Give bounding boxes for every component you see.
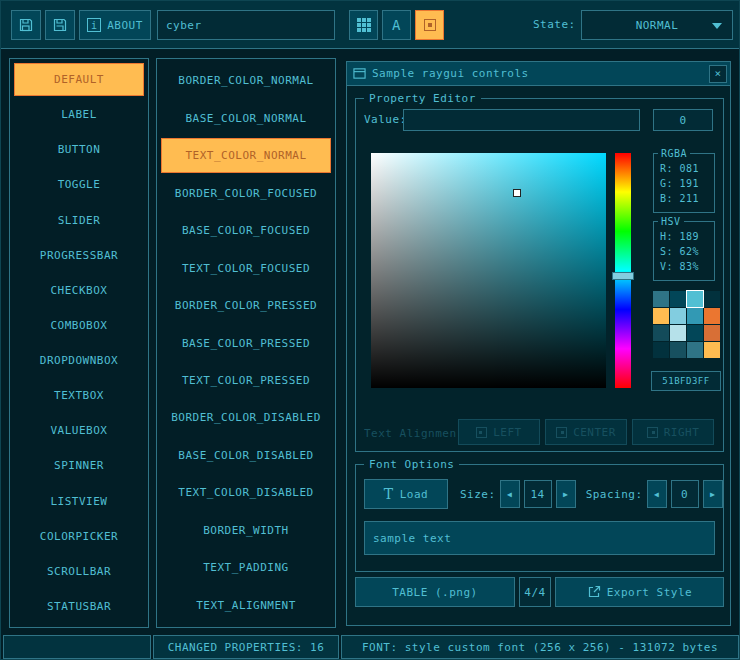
property-list-item[interactable]: BORDER_COLOR_DISABLED bbox=[161, 400, 331, 435]
property-list-item[interactable]: BORDER_COLOR_NORMAL bbox=[161, 63, 331, 98]
controls-list-item[interactable]: SCROLLBAR bbox=[14, 555, 144, 588]
export-style-label: Export Style bbox=[607, 586, 692, 599]
font-options-group: Font Options T Load Size: ◀ 14 ▶ Spacing… bbox=[355, 464, 724, 572]
controls-list-item[interactable]: TOGGLE bbox=[14, 168, 144, 201]
hex-color-value[interactable]: 51BFD3FF bbox=[651, 371, 721, 391]
hsv-label: HSV bbox=[658, 214, 684, 229]
font-settings-button[interactable]: A bbox=[382, 10, 411, 40]
property-list-item[interactable]: BASE_COLOR_NORMAL bbox=[161, 100, 331, 135]
property-list-item[interactable]: TEXT_COLOR_DISABLED bbox=[161, 475, 331, 510]
state-value: NORMAL bbox=[636, 19, 679, 32]
property-list-item[interactable]: TEXT_COLOR_NORMAL bbox=[161, 138, 331, 173]
sample-text-input[interactable] bbox=[364, 521, 715, 555]
controls-list-item[interactable]: VALUEBOX bbox=[14, 414, 144, 447]
property-list-item[interactable]: TEXT_PADDING bbox=[161, 550, 331, 585]
property-list-item[interactable]: BORDER_COLOR_PRESSED bbox=[161, 288, 331, 323]
value-input[interactable] bbox=[403, 109, 640, 131]
color-swatch[interactable] bbox=[653, 325, 669, 341]
hue-slider-handle[interactable] bbox=[612, 272, 634, 280]
hue-slider[interactable] bbox=[615, 153, 631, 388]
controls-list-item[interactable]: LABEL bbox=[14, 98, 144, 131]
export-table-button[interactable]: TABLE (.png) bbox=[355, 577, 515, 607]
color-swatch[interactable] bbox=[704, 308, 720, 324]
controls-list-item[interactable]: COLORPICKER bbox=[14, 520, 144, 553]
align-center-button[interactable]: CENTER bbox=[545, 419, 627, 445]
property-list-item[interactable]: BASE_COLOR_DISABLED bbox=[161, 438, 331, 473]
color-swatch[interactable] bbox=[670, 291, 686, 307]
size-label: Size: bbox=[460, 488, 496, 501]
window-title: Sample raygui controls bbox=[372, 67, 529, 80]
controls-list-item[interactable]: STATUSBAR bbox=[14, 590, 144, 623]
property-list-item[interactable]: BORDER_WIDTH bbox=[161, 513, 331, 548]
about-button[interactable]: i ABOUT bbox=[79, 10, 151, 40]
style-name-input[interactable] bbox=[157, 10, 335, 40]
color-swatch[interactable] bbox=[670, 325, 686, 341]
font-load-button[interactable]: T Load bbox=[364, 479, 448, 509]
size-value[interactable]: 14 bbox=[524, 480, 552, 508]
color-swatch[interactable] bbox=[704, 291, 720, 307]
rgba-g-value: G: 191 bbox=[654, 176, 714, 191]
window-titlebar[interactable]: Sample raygui controls × bbox=[347, 62, 730, 86]
color-swatch[interactable] bbox=[687, 308, 703, 324]
format-counter[interactable]: 4/4 bbox=[519, 577, 551, 607]
spacing-value[interactable]: 0 bbox=[671, 480, 699, 508]
load-style-button[interactable] bbox=[11, 10, 41, 40]
controls-list-item[interactable]: SPINNER bbox=[14, 449, 144, 482]
window-icon bbox=[353, 67, 366, 80]
export-table-label: TABLE (.png) bbox=[392, 586, 477, 599]
save-style-button[interactable] bbox=[45, 10, 75, 40]
controls-list-item[interactable]: DEFAULT bbox=[14, 63, 144, 96]
align-left-button[interactable]: LEFT bbox=[458, 419, 540, 445]
info-icon: i bbox=[87, 18, 101, 32]
controls-list-item[interactable]: COMBOBOX bbox=[14, 309, 144, 342]
color-swatch[interactable] bbox=[653, 342, 669, 358]
hsv-h-value: H: 189 bbox=[654, 229, 714, 244]
statusbar-changed-properties: CHANGED PROPERTIES: 16 bbox=[153, 635, 339, 659]
align-center-label: CENTER bbox=[573, 426, 616, 439]
spacing-increase-button[interactable]: ▶ bbox=[703, 480, 723, 508]
align-right-button[interactable]: RIGHT bbox=[632, 419, 714, 445]
close-icon[interactable]: × bbox=[709, 65, 727, 83]
color-swatch[interactable] bbox=[687, 342, 703, 358]
state-label: State: bbox=[533, 18, 576, 31]
color-swatch[interactable] bbox=[670, 342, 686, 358]
controls-list-item[interactable]: BUTTON bbox=[14, 133, 144, 166]
hsv-group: HSV H: 189 S: 62% V: 83% bbox=[653, 221, 715, 281]
controls-list-item[interactable]: CHECKBOX bbox=[14, 274, 144, 307]
color-picker-area[interactable] bbox=[371, 153, 606, 388]
property-list-item[interactable]: BORDER_COLOR_FOCUSED bbox=[161, 175, 331, 210]
chevron-down-icon bbox=[712, 23, 722, 29]
controls-list-item[interactable]: LISTVIEW bbox=[14, 485, 144, 518]
size-increase-button[interactable]: ▶ bbox=[556, 480, 576, 508]
state-dropdown[interactable]: NORMAL bbox=[581, 10, 733, 40]
about-label: ABOUT bbox=[107, 19, 143, 32]
value-spinner[interactable]: 0 bbox=[653, 109, 713, 131]
export-icon bbox=[587, 585, 601, 599]
property-list-item[interactable]: TEXT_COLOR_FOCUSED bbox=[161, 250, 331, 285]
spacing-decrease-button[interactable]: ◀ bbox=[647, 480, 667, 508]
color-picker-cursor[interactable] bbox=[513, 189, 521, 197]
property-list-item[interactable]: TEXT_COLOR_PRESSED bbox=[161, 363, 331, 398]
spacing-label: Spacing: bbox=[586, 488, 643, 501]
export-style-button[interactable]: Export Style bbox=[555, 577, 724, 607]
size-decrease-button[interactable]: ◀ bbox=[500, 480, 520, 508]
property-list-item[interactable]: TEXT_ALIGNMENT bbox=[161, 588, 331, 623]
color-swatch[interactable] bbox=[687, 325, 703, 341]
color-swatch[interactable] bbox=[687, 291, 703, 307]
property-list-item[interactable]: BASE_COLOR_PRESSED bbox=[161, 325, 331, 360]
property-list-item[interactable]: BASE_COLOR_FOCUSED bbox=[161, 213, 331, 248]
color-mode-button[interactable] bbox=[415, 10, 444, 40]
sample-controls-window: Sample raygui controls × Property Editor… bbox=[346, 61, 731, 626]
style-table-button[interactable] bbox=[349, 10, 378, 40]
color-swatch[interactable] bbox=[704, 342, 720, 358]
color-square-icon bbox=[424, 19, 436, 31]
controls-list-item[interactable]: TEXTBOX bbox=[14, 379, 144, 412]
color-swatch[interactable] bbox=[653, 308, 669, 324]
color-swatch[interactable] bbox=[670, 308, 686, 324]
color-swatch[interactable] bbox=[653, 291, 669, 307]
property-editor-label: Property Editor bbox=[364, 91, 481, 106]
controls-list-item[interactable]: SLIDER bbox=[14, 204, 144, 237]
controls-list-item[interactable]: DROPDOWNBOX bbox=[14, 344, 144, 377]
controls-list-item[interactable]: PROGRESSBAR bbox=[14, 239, 144, 272]
color-swatch[interactable] bbox=[704, 325, 720, 341]
